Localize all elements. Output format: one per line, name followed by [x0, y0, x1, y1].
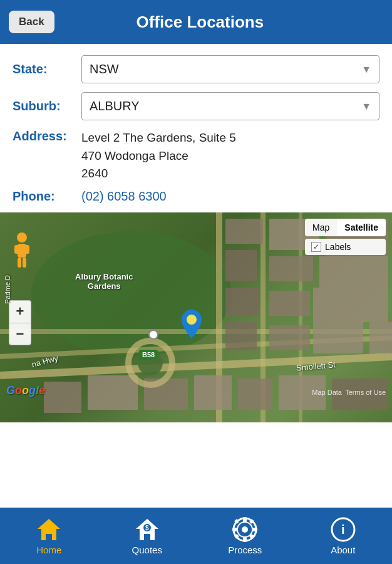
nav-item-process[interactable]: Process — [196, 517, 294, 555]
page-title: Office Locations — [54, 13, 346, 32]
map-button[interactable]: Map — [305, 219, 337, 236]
svg-rect-18 — [269, 325, 310, 350]
svg-rect-25 — [238, 379, 272, 410]
home-label: Home — [36, 545, 61, 555]
satellite-button[interactable]: Satellite — [337, 219, 386, 236]
phone-row: Phone: (02) 6058 6300 — [13, 189, 379, 204]
location-pin-icon — [182, 310, 202, 338]
google-logo: Google — [6, 384, 45, 397]
nav-item-quotes[interactable]: $ Quotes — [98, 517, 197, 555]
process-icon — [232, 517, 257, 542]
svg-point-37 — [187, 315, 197, 325]
map-marker — [182, 310, 202, 341]
svg-point-46 — [242, 526, 248, 533]
labels-checkbox[interactable]: ✓ — [311, 242, 321, 252]
map-toggle: Map Satellite ✓ Labels — [305, 219, 386, 255]
suburb-dropdown-arrow: ▼ — [361, 101, 371, 112]
map-container[interactable]: + − Map Satellite ✓ Labels Albury Botani… — [0, 212, 392, 422]
nav-item-about[interactable]: i About — [294, 517, 393, 555]
svg-text:$: $ — [145, 525, 149, 531]
phone-number[interactable]: (02) 6058 6300 — [81, 189, 167, 204]
svg-rect-48 — [243, 537, 247, 542]
terms-of-use-text[interactable]: Terms of Use — [345, 389, 386, 396]
phone-label: Phone: — [13, 189, 81, 204]
zoom-out-button[interactable]: − — [9, 323, 31, 345]
nav-item-home[interactable]: Home — [0, 517, 98, 555]
svg-rect-15 — [269, 291, 310, 316]
svg-rect-34 — [24, 245, 29, 254]
back-button[interactable]: Back — [9, 11, 54, 33]
svg-rect-47 — [243, 517, 247, 522]
labels-text: Labels — [325, 242, 351, 252]
state-dropdown-arrow: ▼ — [361, 64, 371, 75]
suburb-value: ALBURY — [90, 99, 140, 113]
svg-rect-17 — [225, 322, 257, 350]
svg-rect-35 — [18, 258, 21, 268]
labels-toggle[interactable]: ✓ Labels — [305, 239, 386, 255]
botanic-gardens-label: Albury Botanic Gardens — [75, 272, 133, 291]
address-text: Level 2 The Gardens, Suite 5 470 Wodonga… — [81, 129, 236, 183]
quotes-label: Quotes — [132, 545, 162, 555]
state-value: NSW — [90, 62, 119, 76]
address-line3: 2640 — [81, 165, 236, 183]
svg-rect-12 — [269, 256, 313, 281]
svg-rect-8 — [225, 219, 263, 244]
about-icon: i — [331, 517, 356, 542]
process-label: Process — [228, 545, 262, 555]
state-label: State: — [13, 62, 81, 76]
suburb-label: Suburb: — [13, 99, 81, 113]
padme-street-label: Padme D — [4, 275, 11, 304]
zoom-controls: + − — [9, 300, 31, 345]
svg-rect-21 — [44, 382, 81, 413]
svg-point-31 — [17, 232, 27, 243]
suburb-row: Suburb: ALBURY ▼ — [13, 92, 379, 120]
svg-rect-22 — [88, 375, 138, 410]
quotes-icon: $ — [135, 517, 160, 542]
bottom-nav: Home $ Quotes — [0, 508, 392, 564]
svg-rect-36 — [23, 258, 26, 268]
zoom-in-button[interactable]: + — [9, 300, 31, 323]
svg-rect-24 — [194, 375, 232, 410]
svg-rect-33 — [14, 245, 19, 254]
suburb-select[interactable]: ALBURY ▼ — [81, 92, 379, 120]
address-line2: 470 Wodonga Place — [81, 147, 236, 165]
svg-rect-16 — [313, 288, 388, 322]
b58-label: B58 — [139, 350, 158, 360]
content-area: State: NSW ▼ Suburb: ALBURY ▼ Address: L… — [0, 44, 392, 204]
svg-rect-19 — [313, 322, 363, 353]
svg-rect-39 — [46, 534, 52, 540]
svg-rect-50 — [252, 528, 257, 531]
home-icon — [36, 517, 61, 542]
svg-rect-11 — [225, 250, 257, 281]
address-row: Address: Level 2 The Gardens, Suite 5 47… — [13, 129, 379, 183]
svg-rect-41 — [144, 534, 150, 540]
streetview-person[interactable] — [11, 231, 33, 271]
svg-text:i: i — [341, 523, 345, 536]
svg-rect-49 — [232, 528, 237, 531]
svg-rect-20 — [369, 322, 392, 353]
svg-rect-14 — [225, 288, 260, 316]
address-label: Address: — [13, 129, 81, 144]
svg-rect-13 — [319, 256, 388, 288]
state-select[interactable]: NSW ▼ — [81, 55, 379, 83]
address-line1: Level 2 The Gardens, Suite 5 — [81, 129, 236, 147]
map-satellite-toggle: Map Satellite — [305, 219, 386, 236]
state-row: State: NSW ▼ — [13, 55, 379, 83]
about-label: About — [331, 545, 355, 555]
header: Back Office Locations — [0, 0, 392, 44]
map-data-text: Map Data — [312, 389, 342, 396]
svg-point-30 — [149, 330, 158, 339]
